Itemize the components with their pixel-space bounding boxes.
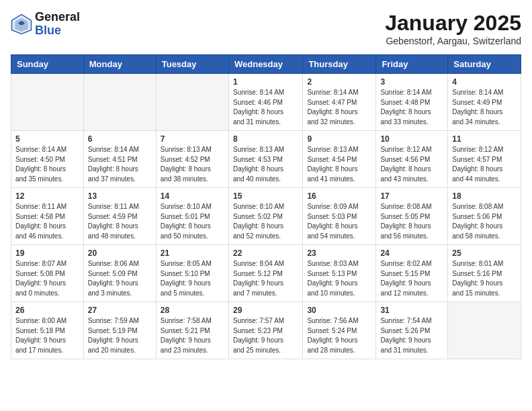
day-cell-18: 18Sunrise: 8:08 AMSunset: 5:06 PMDayligh… bbox=[448, 188, 521, 245]
day-info: Sunrise: 8:14 AMSunset: 4:51 PMDaylight:… bbox=[88, 145, 152, 184]
day-info: Sunrise: 8:13 AMSunset: 4:52 PMDaylight:… bbox=[161, 145, 224, 184]
day-info: Sunrise: 8:05 AMSunset: 5:10 PMDaylight:… bbox=[161, 259, 224, 298]
day-number: 18 bbox=[452, 191, 517, 201]
day-number: 31 bbox=[380, 306, 443, 315]
day-cell-12: 12Sunrise: 8:11 AMSunset: 4:58 PMDayligh… bbox=[11, 188, 84, 245]
day-info: Sunrise: 7:58 AMSunset: 5:21 PMDaylight:… bbox=[161, 316, 224, 355]
day-number: 15 bbox=[233, 191, 298, 201]
day-info: Sunrise: 8:08 AMSunset: 5:05 PMDaylight:… bbox=[380, 202, 443, 241]
day-cell-11: 11Sunrise: 8:12 AMSunset: 4:57 PMDayligh… bbox=[448, 131, 521, 188]
day-number: 2 bbox=[307, 77, 371, 87]
day-info: Sunrise: 8:11 AMSunset: 4:58 PMDaylight:… bbox=[15, 202, 79, 241]
day-number: 1 bbox=[233, 77, 298, 87]
day-cell-14: 14Sunrise: 8:10 AMSunset: 5:01 PMDayligh… bbox=[156, 188, 228, 245]
day-number: 5 bbox=[15, 134, 79, 144]
day-number: 27 bbox=[88, 306, 152, 315]
day-cell-1: 1Sunrise: 8:14 AMSunset: 4:46 PMDaylight… bbox=[228, 74, 302, 131]
day-number: 26 bbox=[15, 306, 79, 315]
day-cell-26: 26Sunrise: 8:00 AMSunset: 5:18 PMDayligh… bbox=[11, 302, 84, 359]
day-cell-7: 7Sunrise: 8:13 AMSunset: 4:52 PMDaylight… bbox=[156, 131, 228, 188]
day-cell-31: 31Sunrise: 7:54 AMSunset: 5:26 PMDayligh… bbox=[376, 302, 448, 359]
day-number: 7 bbox=[161, 134, 224, 144]
day-number: 13 bbox=[88, 191, 152, 201]
day-cell-28: 28Sunrise: 7:58 AMSunset: 5:21 PMDayligh… bbox=[156, 302, 228, 359]
week-row-2: 5Sunrise: 8:14 AMSunset: 4:50 PMDaylight… bbox=[11, 131, 521, 188]
day-info: Sunrise: 8:03 AMSunset: 5:13 PMDaylight:… bbox=[307, 259, 371, 298]
day-cell-4: 4Sunrise: 8:14 AMSunset: 4:49 PMDaylight… bbox=[448, 74, 521, 131]
day-cell-19: 19Sunrise: 8:07 AMSunset: 5:08 PMDayligh… bbox=[11, 245, 84, 302]
day-cell-6: 6Sunrise: 8:14 AMSunset: 4:51 PMDaylight… bbox=[83, 131, 156, 188]
month-title: January 2025 bbox=[385, 11, 521, 36]
day-header-thursday: Thursday bbox=[303, 55, 376, 74]
header-row: SundayMondayTuesdayWednesdayThursdayFrid… bbox=[11, 55, 521, 74]
logo-icon bbox=[11, 13, 32, 35]
day-info: Sunrise: 8:13 AMSunset: 4:53 PMDaylight:… bbox=[233, 145, 298, 184]
day-number: 9 bbox=[307, 134, 371, 144]
location: Gebenstorf, Aargau, Switzerland bbox=[385, 36, 521, 46]
day-info: Sunrise: 8:00 AMSunset: 5:18 PMDaylight:… bbox=[15, 316, 79, 355]
day-info: Sunrise: 8:12 AMSunset: 4:57 PMDaylight:… bbox=[452, 145, 517, 184]
day-info: Sunrise: 8:09 AMSunset: 5:03 PMDaylight:… bbox=[307, 202, 371, 241]
week-row-1: 1Sunrise: 8:14 AMSunset: 4:46 PMDaylight… bbox=[11, 74, 521, 131]
week-row-3: 12Sunrise: 8:11 AMSunset: 4:58 PMDayligh… bbox=[11, 188, 521, 245]
day-cell-22: 22Sunrise: 8:04 AMSunset: 5:12 PMDayligh… bbox=[228, 245, 302, 302]
day-number: 11 bbox=[452, 134, 517, 144]
day-cell-9: 9Sunrise: 8:13 AMSunset: 4:54 PMDaylight… bbox=[303, 131, 376, 188]
day-number: 10 bbox=[380, 134, 443, 144]
day-cell-15: 15Sunrise: 8:10 AMSunset: 5:02 PMDayligh… bbox=[228, 188, 302, 245]
day-info: Sunrise: 8:10 AMSunset: 5:01 PMDaylight:… bbox=[161, 202, 224, 241]
day-number: 3 bbox=[380, 77, 443, 87]
day-number: 12 bbox=[15, 191, 79, 201]
day-info: Sunrise: 7:59 AMSunset: 5:19 PMDaylight:… bbox=[88, 316, 152, 355]
day-info: Sunrise: 7:54 AMSunset: 5:26 PMDaylight:… bbox=[380, 316, 443, 355]
week-row-5: 26Sunrise: 8:00 AMSunset: 5:18 PMDayligh… bbox=[11, 302, 521, 359]
day-number: 17 bbox=[380, 191, 443, 201]
day-header-tuesday: Tuesday bbox=[156, 55, 228, 74]
day-number: 16 bbox=[307, 191, 371, 201]
logo-blue: Blue bbox=[35, 24, 80, 38]
day-cell-25: 25Sunrise: 8:01 AMSunset: 5:16 PMDayligh… bbox=[448, 245, 521, 302]
day-cell-5: 5Sunrise: 8:14 AMSunset: 4:50 PMDaylight… bbox=[11, 131, 84, 188]
empty-cell bbox=[156, 74, 228, 131]
day-number: 4 bbox=[452, 77, 517, 87]
day-info: Sunrise: 8:01 AMSunset: 5:16 PMDaylight:… bbox=[452, 259, 517, 298]
day-info: Sunrise: 8:14 AMSunset: 4:49 PMDaylight:… bbox=[452, 88, 517, 127]
day-cell-27: 27Sunrise: 7:59 AMSunset: 5:19 PMDayligh… bbox=[83, 302, 156, 359]
day-header-saturday: Saturday bbox=[448, 55, 521, 74]
empty-cell bbox=[448, 302, 521, 359]
day-info: Sunrise: 8:02 AMSunset: 5:15 PMDaylight:… bbox=[380, 259, 443, 298]
week-row-4: 19Sunrise: 8:07 AMSunset: 5:08 PMDayligh… bbox=[11, 245, 521, 302]
day-number: 22 bbox=[233, 248, 298, 258]
day-info: Sunrise: 8:14 AMSunset: 4:46 PMDaylight:… bbox=[233, 88, 298, 127]
day-number: 6 bbox=[88, 134, 152, 144]
day-number: 20 bbox=[88, 248, 152, 258]
day-info: Sunrise: 8:04 AMSunset: 5:12 PMDaylight:… bbox=[233, 259, 298, 298]
logo: General Blue bbox=[11, 11, 80, 38]
logo-general: General bbox=[35, 11, 80, 24]
day-info: Sunrise: 8:14 AMSunset: 4:50 PMDaylight:… bbox=[15, 145, 79, 184]
title-block: January 2025 Gebenstorf, Aargau, Switzer… bbox=[385, 11, 521, 46]
day-cell-20: 20Sunrise: 8:06 AMSunset: 5:09 PMDayligh… bbox=[83, 245, 156, 302]
day-number: 21 bbox=[161, 248, 224, 258]
day-info: Sunrise: 8:13 AMSunset: 4:54 PMDaylight:… bbox=[307, 145, 371, 184]
day-info: Sunrise: 7:56 AMSunset: 5:24 PMDaylight:… bbox=[307, 316, 371, 355]
day-cell-23: 23Sunrise: 8:03 AMSunset: 5:13 PMDayligh… bbox=[303, 245, 376, 302]
day-cell-30: 30Sunrise: 7:56 AMSunset: 5:24 PMDayligh… bbox=[303, 302, 376, 359]
day-info: Sunrise: 8:12 AMSunset: 4:56 PMDaylight:… bbox=[380, 145, 443, 184]
day-cell-16: 16Sunrise: 8:09 AMSunset: 5:03 PMDayligh… bbox=[303, 188, 376, 245]
day-cell-29: 29Sunrise: 7:57 AMSunset: 5:23 PMDayligh… bbox=[228, 302, 302, 359]
day-info: Sunrise: 7:57 AMSunset: 5:23 PMDaylight:… bbox=[233, 316, 298, 355]
day-number: 30 bbox=[307, 306, 371, 315]
day-cell-24: 24Sunrise: 8:02 AMSunset: 5:15 PMDayligh… bbox=[376, 245, 448, 302]
calendar: SundayMondayTuesdayWednesdayThursdayFrid… bbox=[11, 54, 521, 359]
day-number: 8 bbox=[233, 134, 298, 144]
day-info: Sunrise: 8:06 AMSunset: 5:09 PMDaylight:… bbox=[88, 259, 152, 298]
day-cell-10: 10Sunrise: 8:12 AMSunset: 4:56 PMDayligh… bbox=[376, 131, 448, 188]
day-info: Sunrise: 8:14 AMSunset: 4:47 PMDaylight:… bbox=[307, 88, 371, 127]
day-number: 28 bbox=[161, 306, 224, 315]
day-cell-2: 2Sunrise: 8:14 AMSunset: 4:47 PMDaylight… bbox=[303, 74, 376, 131]
day-header-monday: Monday bbox=[83, 55, 156, 74]
day-info: Sunrise: 8:14 AMSunset: 4:48 PMDaylight:… bbox=[380, 88, 443, 127]
day-number: 25 bbox=[452, 248, 517, 258]
day-number: 29 bbox=[233, 306, 298, 315]
